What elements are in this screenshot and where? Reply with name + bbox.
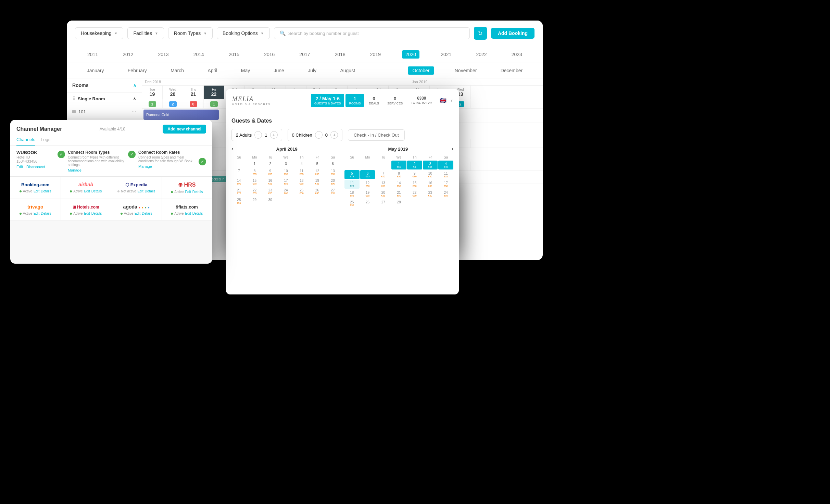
may-21[interactable]: 21€50: [391, 189, 406, 198]
trivago-details-link[interactable]: Details: [41, 212, 51, 215]
trivago-edit-link[interactable]: Edit: [34, 212, 39, 215]
children-plus-button[interactable]: +: [330, 131, 338, 139]
year-2021[interactable]: 2021: [437, 50, 455, 59]
airbnb-details-link[interactable]: Details: [91, 189, 102, 193]
add-booking-button[interactable]: Add Booking: [491, 28, 535, 39]
melia-tab-guests-dates[interactable]: 2 / May 1-6 GUESTS & DATES: [311, 94, 344, 107]
april-9[interactable]: 9€55: [263, 168, 278, 177]
april-12[interactable]: 12€55: [310, 168, 325, 177]
month-november[interactable]: November: [451, 66, 480, 75]
search-bar[interactable]: 🔍 Search by booking number or guest: [274, 27, 470, 39]
children-minus-button[interactable]: −: [315, 131, 323, 139]
april-16[interactable]: 16€55: [263, 177, 278, 186]
date-thu-21[interactable]: Thu21: [183, 86, 204, 99]
expedia-edit-link[interactable]: Edit: [138, 189, 143, 193]
april-29[interactable]: 29: [247, 197, 262, 205]
add-new-channel-button[interactable]: Add new channel: [163, 125, 206, 134]
may-10[interactable]: 10€50: [423, 170, 438, 179]
year-2015[interactable]: 2015: [225, 50, 243, 59]
april-6[interactable]: 6: [325, 161, 340, 167]
may-23[interactable]: 23€50: [423, 189, 438, 198]
month-march[interactable]: March: [167, 66, 187, 75]
year-2016[interactable]: 2016: [261, 50, 278, 59]
melia-tab-deals[interactable]: 0 DEALS: [365, 94, 382, 107]
month-october[interactable]: October: [408, 66, 435, 75]
may-14[interactable]: 14€50: [391, 180, 406, 189]
april-8[interactable]: 8€55: [247, 168, 262, 177]
year-2022[interactable]: 2022: [473, 50, 490, 59]
month-june[interactable]: June: [271, 66, 288, 75]
may-16[interactable]: 16€80: [423, 180, 438, 189]
agoda-edit-link[interactable]: Edit: [135, 212, 140, 215]
april-3[interactable]: 3: [278, 161, 293, 167]
checkin-checkout-button[interactable]: Check - In / Check Out: [348, 129, 405, 141]
april-5[interactable]: 5: [310, 161, 325, 167]
april-23[interactable]: 23€55: [263, 187, 278, 196]
april-1[interactable]: 1: [247, 161, 262, 167]
may-17[interactable]: 17€50: [438, 180, 453, 189]
may-19[interactable]: 19€35: [360, 189, 375, 198]
april-24[interactable]: 24€60: [278, 187, 293, 196]
year-2012[interactable]: 2012: [119, 50, 137, 59]
booking-ramona[interactable]: Ramona Cold: [143, 110, 219, 120]
april-15[interactable]: 15€70: [247, 177, 262, 186]
date-fri-22[interactable]: Fri22: [204, 86, 224, 99]
may-11[interactable]: 11€35: [438, 170, 453, 179]
melia-tab-services[interactable]: 0 SERVICES: [384, 94, 406, 107]
may-24[interactable]: 24€55: [438, 189, 453, 198]
april-10[interactable]: 10€55: [278, 168, 293, 177]
may-18[interactable]: 18€55: [344, 189, 360, 198]
year-2023[interactable]: 2023: [508, 50, 526, 59]
melia-collapse-icon[interactable]: ‹: [451, 97, 453, 104]
year-2018[interactable]: 2018: [331, 50, 349, 59]
april-2[interactable]: 2: [263, 161, 278, 167]
april-7[interactable]: 7: [231, 168, 247, 177]
hrs-details-link[interactable]: Details: [192, 190, 203, 194]
booking-edit-link[interactable]: Edit: [34, 189, 39, 193]
month-july[interactable]: July: [304, 66, 320, 75]
year-2011[interactable]: 2011: [84, 50, 101, 59]
single-room-collapse-icon[interactable]: ∧: [133, 96, 136, 101]
9flats-edit-link[interactable]: Edit: [185, 212, 191, 215]
month-december[interactable]: December: [497, 66, 526, 75]
melia-tab-total[interactable]: €330 TOTAL TO PAY: [407, 94, 436, 107]
booking-options-dropdown[interactable]: Booking Options ▼: [217, 27, 270, 39]
april-22[interactable]: 22€55: [247, 187, 262, 196]
may-20[interactable]: 20€35: [376, 189, 391, 198]
month-august[interactable]: August: [337, 66, 359, 75]
april-18[interactable]: 18€55: [294, 177, 309, 186]
april-28[interactable]: 28€50: [231, 197, 247, 205]
april-19[interactable]: 19€55: [310, 177, 325, 186]
housekeeping-dropdown[interactable]: Housekeeping ▼: [75, 27, 123, 39]
may-8[interactable]: 8€50: [391, 170, 406, 179]
april-20[interactable]: 20€90: [325, 177, 340, 186]
may-12[interactable]: 12€50: [360, 180, 375, 189]
april-27[interactable]: 27€35: [325, 187, 340, 196]
may-15[interactable]: 15€60: [407, 180, 422, 189]
wubook-edit-link[interactable]: Edit: [16, 165, 23, 169]
may-5[interactable]: 5€73: [344, 170, 360, 179]
date-tue-19[interactable]: Tue19: [142, 86, 163, 99]
rooms-collapse-icon[interactable]: ∧: [133, 83, 136, 88]
may-2[interactable]: 2€3: [407, 161, 422, 169]
9flats-details-link[interactable]: Details: [192, 212, 203, 215]
may-27[interactable]: 27: [376, 199, 391, 208]
booking-details-link[interactable]: Details: [41, 189, 51, 193]
april-prev-button[interactable]: ‹: [231, 146, 233, 152]
month-february[interactable]: February: [124, 66, 150, 75]
year-2019[interactable]: 2019: [367, 50, 384, 59]
year-2013[interactable]: 2013: [154, 50, 172, 59]
april-4[interactable]: 4: [294, 161, 309, 167]
april-30[interactable]: 30: [263, 197, 278, 205]
may-7[interactable]: 7€40: [376, 170, 391, 179]
room-types-dropdown[interactable]: Room Types ▼: [168, 27, 213, 39]
year-2014[interactable]: 2014: [190, 50, 208, 59]
april-14[interactable]: 14€90: [231, 177, 247, 186]
may-11sel[interactable]: 11€25: [344, 180, 360, 189]
may-3[interactable]: 3€55: [423, 161, 438, 169]
april-26[interactable]: 26€40: [310, 187, 325, 196]
connect-room-types-manage[interactable]: Manage: [68, 168, 128, 172]
year-2017[interactable]: 2017: [296, 50, 313, 59]
agoda-details-link[interactable]: Details: [142, 212, 152, 215]
may-4[interactable]: 4€45: [438, 161, 453, 169]
